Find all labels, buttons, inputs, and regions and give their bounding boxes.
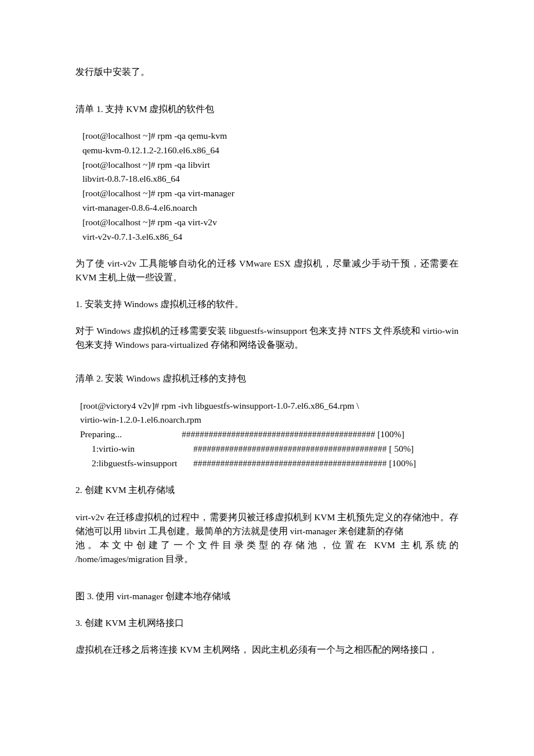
rpm-row-progress: ########################################… <box>193 456 416 471</box>
page-container: 发行版中安装了。 清单 1. 支持 KVM 虚拟机的软件包 [root@loca… <box>0 0 534 756</box>
step-2-title: 2. 创建 KVM 主机存储域 <box>75 483 459 497</box>
rpm-row-progress: ########################################… <box>193 442 414 456</box>
step-3-title: 3. 创建 KVM 主机网络接口 <box>75 616 459 630</box>
rpm-row-label: 1:virtio-win <box>80 442 193 456</box>
step-2-body-part-a: virt-v2v 在迁移虚拟机的过程中，需要拷贝被迁移虚拟机到 KVM 主机预先… <box>75 512 459 536</box>
code2-command-line-1: [root@victory4 v2v]# rpm -ivh libguestfs… <box>80 399 459 413</box>
figure-3-title: 图 3. 使用 virt-manager 创建本地存储域 <box>75 589 459 603</box>
rpm-output-row: Preparing... ###########################… <box>80 427 459 442</box>
listing-1-title: 清单 1. 支持 KVM 虚拟机的软件包 <box>75 102 459 116</box>
paragraph-after-code1: 为了使 virt-v2v 工具能够自动化的迁移 VMware ESX 虚拟机，尽… <box>75 257 459 285</box>
step-2-body: virt-v2v 在迁移虚拟机的过程中，需要拷贝被迁移虚拟机到 KVM 主机预先… <box>75 510 459 566</box>
rpm-row-label: Preparing... <box>80 427 182 442</box>
step-1-body: 对于 Windows 虚拟机的迁移需要安装 libguestfs-winsupp… <box>75 324 459 352</box>
step-2-body-part-b: 池。本文中创建了一个文件目录类型的存储池，位置在 KVM 主机系统的 <box>75 538 459 552</box>
rpm-output-row: 1:virtio-win ###########################… <box>80 442 459 456</box>
rpm-row-label: 2:libguestfs-winsupport <box>80 456 193 471</box>
step-1-title: 1. 安装支持 Windows 虚拟机迁移的软件。 <box>75 297 459 311</box>
rpm-output-row: 2:libguestfs-winsupport ################… <box>80 456 459 471</box>
step-3-body: 虚拟机在迁移之后将连接 KVM 主机网络， 因此主机必须有一个与之相匹配的网络接… <box>75 643 459 657</box>
intro-tail-paragraph: 发行版中安装了。 <box>75 65 459 79</box>
rpm-row-progress: ########################################… <box>182 427 405 442</box>
code2-command-line-2: virtio-win-1.2.0-1.el6.noarch.rpm <box>80 413 459 427</box>
listing-2-title: 清单 2. 安装 Windows 虚拟机迁移的支持包 <box>75 372 459 386</box>
step-2-body-part-c: /home/images/migration 目录。 <box>75 554 193 564</box>
code-block-1: [root@localhost ~]# rpm -qa qemu-kvm qem… <box>75 129 459 244</box>
code-block-2: [root@victory4 v2v]# rpm -ivh libguestfs… <box>75 399 459 471</box>
